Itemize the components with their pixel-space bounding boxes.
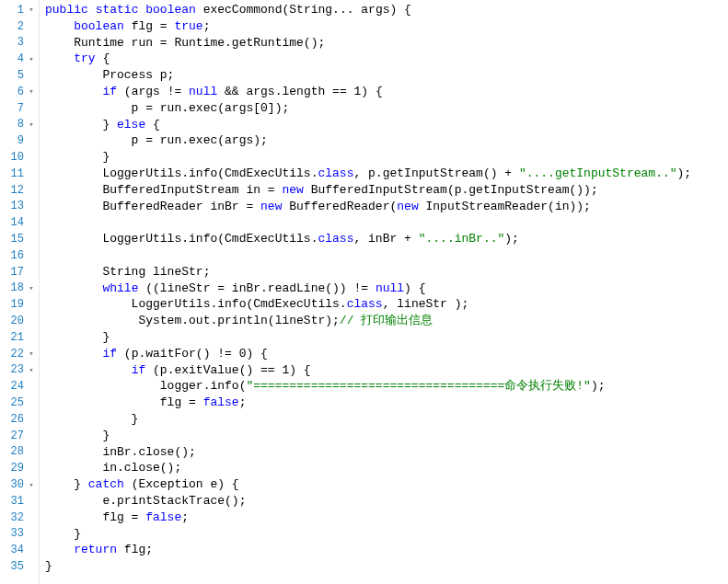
code-line[interactable]: flg = false; bbox=[45, 510, 728, 526]
token-plain: InputStreamReader(in)); bbox=[419, 200, 591, 213]
token-plain: && args.length == 1) { bbox=[217, 85, 382, 98]
line-number: 26 bbox=[6, 413, 24, 426]
token-plain: , inBr + bbox=[353, 232, 418, 246]
line-number: 14 bbox=[6, 216, 24, 229]
gutter-row: 23▾ bbox=[0, 362, 39, 379]
token-plain: Runtime run = Runtime.getRuntime(); bbox=[45, 36, 325, 50]
token-cm: // 打印输出信息 bbox=[340, 314, 433, 327]
token-plain: { bbox=[145, 118, 160, 132]
token-kw: null bbox=[376, 281, 404, 295]
code-line[interactable]: BufferedInputStream in = new BufferedInp… bbox=[45, 182, 728, 199]
gutter-row: 8▾ bbox=[0, 117, 39, 133]
token-kw: if bbox=[132, 363, 146, 377]
line-number: 18 bbox=[6, 281, 24, 294]
gutter-row: 7 bbox=[0, 100, 39, 117]
code-line[interactable]: } bbox=[45, 526, 728, 543]
code-line[interactable]: while ((lineStr = inBr.readLine()) != nu… bbox=[45, 281, 728, 297]
code-line[interactable]: System.out.println(lineStr);// 打印输出信息 bbox=[45, 313, 728, 329]
fold-toggle-icon[interactable]: ▾ bbox=[26, 54, 37, 64]
token-kw: boolean bbox=[74, 19, 124, 33]
code-line[interactable]: if (args != null && args.length == 1) { bbox=[45, 84, 728, 100]
token-plain: LoggerUtils.info(CmdExecUtils. bbox=[45, 166, 318, 180]
code-line[interactable]: Runtime run = Runtime.getRuntime(); bbox=[45, 35, 728, 52]
fold-toggle-icon[interactable]: ▾ bbox=[26, 86, 37, 97]
code-line[interactable] bbox=[45, 214, 728, 231]
code-line[interactable]: LoggerUtils.info(CmdExecUtils.class, inB… bbox=[45, 231, 728, 247]
line-number: 34 bbox=[6, 544, 24, 556]
token-plain bbox=[45, 85, 102, 98]
token-plain: inBr.close(); bbox=[45, 445, 196, 459]
code-line[interactable]: boolean flg = true; bbox=[45, 18, 728, 35]
line-number: 7 bbox=[6, 102, 24, 115]
line-number: 10 bbox=[6, 151, 24, 164]
fold-toggle-icon[interactable]: ▾ bbox=[26, 349, 37, 359]
code-line[interactable]: String lineStr; bbox=[45, 264, 728, 281]
token-plain: flg = bbox=[45, 395, 203, 409]
code-line[interactable]: if (p.waitFor() != 0) { bbox=[45, 346, 728, 362]
gutter-row: 1▾ bbox=[0, 2, 39, 18]
code-line[interactable]: } bbox=[45, 149, 728, 166]
code-line[interactable]: p = run.exec(args); bbox=[45, 132, 728, 149]
code-line[interactable]: in.close(); bbox=[45, 460, 728, 476]
code-line[interactable] bbox=[45, 247, 728, 264]
line-number: 11 bbox=[6, 167, 24, 180]
token-plain: } bbox=[45, 429, 110, 442]
gutter-row: 9 bbox=[0, 132, 39, 149]
token-plain: logger.info( bbox=[45, 379, 246, 393]
fold-toggle-icon[interactable]: ▾ bbox=[26, 480, 37, 490]
code-line[interactable]: return flg; bbox=[45, 542, 728, 558]
code-line[interactable]: } bbox=[45, 428, 728, 444]
token-plain bbox=[45, 19, 74, 33]
gutter-row: 4▾ bbox=[0, 51, 39, 67]
gutter-row: 31 bbox=[0, 493, 39, 510]
code-line[interactable]: e.printStackTrace(); bbox=[45, 493, 728, 510]
line-number: 3 bbox=[6, 36, 24, 49]
fold-toggle-icon[interactable]: ▾ bbox=[26, 5, 37, 15]
gutter: 1▾234▾56▾78▾9101112131415161718▾19202122… bbox=[0, 0, 40, 584]
token-plain: LoggerUtils.info(CmdExecUtils. bbox=[45, 297, 347, 311]
token-kw: false bbox=[145, 510, 181, 524]
code-line[interactable]: } bbox=[45, 411, 728, 428]
code-line[interactable]: LoggerUtils.info(CmdExecUtils.class, p.g… bbox=[45, 166, 728, 182]
code-line[interactable]: p = run.exec(args[0]); bbox=[45, 100, 728, 117]
gutter-row: 12 bbox=[0, 182, 39, 199]
line-number: 23 bbox=[6, 363, 24, 376]
code-line[interactable]: if (p.exitValue() == 1) { bbox=[45, 362, 728, 379]
token-plain: } bbox=[45, 330, 110, 344]
token-plain: Process p; bbox=[45, 68, 174, 82]
code-line[interactable]: } catch (Exception e) { bbox=[45, 476, 728, 493]
token-kw: true bbox=[174, 19, 202, 33]
code-line[interactable]: BufferedReader inBr = new BufferedReader… bbox=[45, 199, 728, 215]
line-number: 22 bbox=[6, 348, 24, 361]
token-plain: p = run.exec(args[0]); bbox=[45, 101, 289, 115]
gutter-row: 6▾ bbox=[0, 84, 39, 100]
code-line[interactable]: inBr.close(); bbox=[45, 444, 728, 461]
code-line[interactable]: logger.info("===========================… bbox=[45, 378, 728, 395]
code-line[interactable]: try { bbox=[45, 51, 728, 67]
gutter-row: 2 bbox=[0, 18, 39, 35]
fold-toggle-icon[interactable]: ▾ bbox=[26, 283, 37, 293]
code-line[interactable]: } bbox=[45, 329, 728, 346]
token-kw: catch bbox=[88, 477, 124, 491]
fold-toggle-icon[interactable]: ▾ bbox=[26, 365, 37, 375]
line-number: 27 bbox=[6, 429, 24, 442]
token-kw: static bbox=[96, 3, 139, 17]
gutter-row: 30▾ bbox=[0, 476, 39, 493]
gutter-row: 21 bbox=[0, 329, 39, 346]
token-kw: new bbox=[260, 200, 282, 213]
code-line[interactable]: LoggerUtils.info(CmdExecUtils.class, lin… bbox=[45, 296, 728, 313]
fold-toggle-icon[interactable]: ▾ bbox=[26, 120, 37, 130]
token-plain: } bbox=[45, 477, 88, 491]
line-number: 4 bbox=[6, 52, 24, 65]
code-area[interactable]: public static boolean execCommond(String… bbox=[40, 0, 728, 584]
gutter-row: 29 bbox=[0, 460, 39, 476]
code-line[interactable]: Process p; bbox=[45, 67, 728, 84]
gutter-row: 20 bbox=[0, 313, 39, 329]
code-line[interactable]: flg = false; bbox=[45, 395, 728, 411]
token-kw: public bbox=[45, 3, 88, 17]
gutter-row: 10 bbox=[0, 149, 39, 166]
gutter-row: 34 bbox=[0, 542, 39, 558]
code-line[interactable]: } else { bbox=[45, 117, 728, 133]
code-line[interactable]: } bbox=[45, 558, 728, 575]
code-line[interactable]: public static boolean execCommond(String… bbox=[45, 2, 728, 18]
